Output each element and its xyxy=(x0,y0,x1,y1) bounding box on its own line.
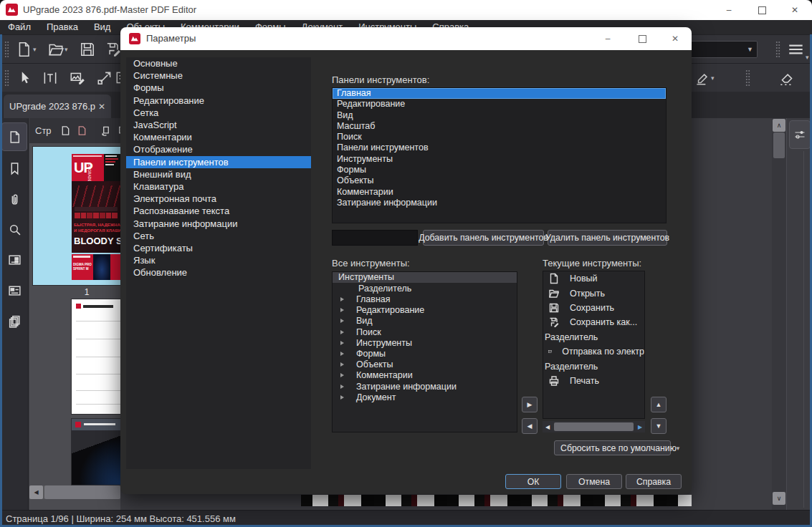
expander-icon[interactable] xyxy=(340,330,344,334)
tree-item[interactable]: Главная xyxy=(333,294,517,304)
dialog-close-button[interactable]: ✕ xyxy=(661,29,689,49)
vscroll-thumb[interactable] xyxy=(773,132,785,158)
category-system[interactable]: Системные xyxy=(126,69,311,82)
move-left-button[interactable]: ◀ xyxy=(522,418,538,434)
dialog-maximize-button[interactable] xyxy=(628,29,656,49)
tree-item[interactable]: Разделитель xyxy=(333,283,517,294)
hscroll-thumb[interactable] xyxy=(554,422,634,431)
current-tool-item[interactable]: Сохранить xyxy=(543,301,644,315)
scroll-down-button[interactable]: ∨ xyxy=(773,492,785,505)
close-button[interactable]: ✕ xyxy=(778,0,811,20)
menu-file[interactable]: Файл xyxy=(0,20,39,34)
category-forms[interactable]: Формы xyxy=(126,82,311,94)
category-update[interactable]: Обновление xyxy=(126,266,311,279)
toolbar-item[interactable]: Редактирование xyxy=(333,99,666,110)
document-vscrollbar[interactable]: ∧ ∨ xyxy=(772,118,786,510)
minimize-button[interactable]: – xyxy=(712,0,745,20)
bookmarks-panel-button[interactable] xyxy=(1,154,27,183)
expander-icon[interactable] xyxy=(340,362,344,367)
category-email[interactable]: Электронная почта xyxy=(126,193,311,205)
page-thumbnail-2[interactable]: 2 xyxy=(72,299,120,414)
insert-page-icon[interactable] xyxy=(60,125,71,136)
reset-defaults-button[interactable]: Сбросить все по умолчанию ▾ xyxy=(554,440,671,455)
category-toolbars[interactable]: Панели инструментов xyxy=(126,156,311,168)
pages-panel-hscrollbar[interactable]: ◀ xyxy=(29,485,120,499)
menu-view[interactable]: Вид xyxy=(86,20,119,34)
scroll-left-button[interactable]: ◀ xyxy=(29,485,43,499)
toolbar-grip[interactable] xyxy=(4,69,9,87)
remove-toolbar-button[interactable]: Удалить панель инструментов xyxy=(548,230,667,246)
layers-panel-button[interactable] xyxy=(1,306,27,335)
category-grid[interactable]: Сетка xyxy=(126,107,311,119)
toolbar-item[interactable]: Панели инструментов xyxy=(333,142,666,153)
category-redaction[interactable]: Затирание информации xyxy=(126,218,311,230)
expander-icon[interactable] xyxy=(340,352,344,356)
current-tool-item[interactable]: Новый xyxy=(543,271,644,286)
edit-path-tool-button[interactable] xyxy=(96,69,113,87)
hamburger-menu-button[interactable] xyxy=(787,41,806,58)
expander-icon[interactable] xyxy=(340,395,344,400)
chevron-down-icon[interactable]: ▾ xyxy=(65,46,68,53)
toolbar-item[interactable]: Инструменты xyxy=(333,154,666,165)
expander-icon[interactable] xyxy=(340,308,344,312)
left-arrow-icon[interactable]: ◀ xyxy=(543,424,553,430)
combo-caret-icon[interactable]: ▼ xyxy=(747,46,753,53)
tree-item[interactable]: Поиск xyxy=(333,327,517,337)
cancel-button[interactable]: Отмена xyxy=(566,474,622,489)
toolbar-item[interactable]: Главная xyxy=(333,88,666,99)
toolbar-item[interactable]: Поиск xyxy=(333,132,666,142)
current-tool-item[interactable]: Разделитель xyxy=(543,330,644,344)
help-button[interactable]: Справка xyxy=(626,474,682,489)
form-fields-panel-button[interactable] xyxy=(1,245,27,274)
expander-icon[interactable] xyxy=(340,385,344,389)
expander-icon[interactable] xyxy=(340,373,344,377)
toolbar-item[interactable]: Затирание информации xyxy=(333,198,666,208)
chevron-down-icon[interactable]: ▾ xyxy=(806,54,809,61)
toolbar-item[interactable]: Объекты xyxy=(333,175,666,186)
current-tool-item[interactable]: Сохранить как... xyxy=(543,315,644,329)
current-tool-item[interactable]: Печать xyxy=(543,374,644,388)
toolbar-item[interactable]: Вид xyxy=(333,110,666,121)
signature-panel-button[interactable] xyxy=(1,276,27,304)
chevron-down-icon[interactable]: ▾ xyxy=(33,46,37,53)
hscroll-thumb[interactable] xyxy=(44,485,120,499)
save-as-button[interactable] xyxy=(105,41,122,58)
document-tab[interactable]: UPgrade 2023 876.pdf ✕ xyxy=(4,95,111,118)
chevron-down-icon[interactable]: ▾ xyxy=(711,74,715,82)
maximize-button[interactable] xyxy=(745,0,778,20)
highlighter-tool-button[interactable]: ▾ xyxy=(694,69,715,87)
edit-text-tool-button[interactable] xyxy=(42,69,59,87)
move-up-button[interactable]: ▲ xyxy=(651,397,667,412)
tab-close-icon[interactable]: ✕ xyxy=(98,102,105,112)
current-tool-item[interactable]: Разделитель xyxy=(543,359,644,373)
expander-icon[interactable] xyxy=(340,341,344,345)
properties-toggle-button[interactable] xyxy=(789,120,811,149)
toolbar-grip[interactable] xyxy=(4,41,9,58)
rotate-left-icon[interactable] xyxy=(100,125,111,136)
category-language[interactable]: Язык xyxy=(126,254,311,266)
tree-item[interactable]: Вид xyxy=(333,316,517,327)
toolbar-item[interactable]: Комментарии xyxy=(333,187,666,198)
tree-item[interactable]: Комментарии xyxy=(333,370,517,381)
category-ocr[interactable]: Распознавание текста xyxy=(126,205,311,217)
category-keyboard[interactable]: Клавиатура xyxy=(126,180,311,193)
category-comments[interactable]: Комментарии xyxy=(126,131,311,143)
right-arrow-icon[interactable]: ▶ xyxy=(635,424,645,430)
page-thumbnail-3[interactable] xyxy=(72,419,120,485)
attachments-panel-button[interactable] xyxy=(1,185,27,213)
search-panel-button[interactable] xyxy=(1,215,27,243)
toolbar-grip[interactable] xyxy=(775,41,780,58)
move-down-button[interactable]: ▼ xyxy=(651,418,667,434)
scroll-up-button[interactable]: ∧ xyxy=(773,119,785,132)
open-button[interactable]: ▾ xyxy=(47,41,68,58)
current-tool-item[interactable]: Открыть xyxy=(543,286,644,300)
expander-icon[interactable] xyxy=(340,297,344,301)
tree-item[interactable]: Затирание информации xyxy=(333,381,517,392)
expander-icon[interactable] xyxy=(340,319,344,323)
category-display[interactable]: Отображение xyxy=(126,143,311,155)
tree-item[interactable]: Объекты xyxy=(333,359,517,370)
zoom-combo[interactable]: ▼ xyxy=(690,41,758,58)
page-thumbnail-1[interactable]: UP UPGRADE БЫСТРАЯ, НАДЕЖНАЯ И НЕДОРОГАЯ… xyxy=(33,147,120,285)
pages-panel-button[interactable] xyxy=(1,122,27,151)
edit-image-tool-button[interactable] xyxy=(69,69,86,87)
